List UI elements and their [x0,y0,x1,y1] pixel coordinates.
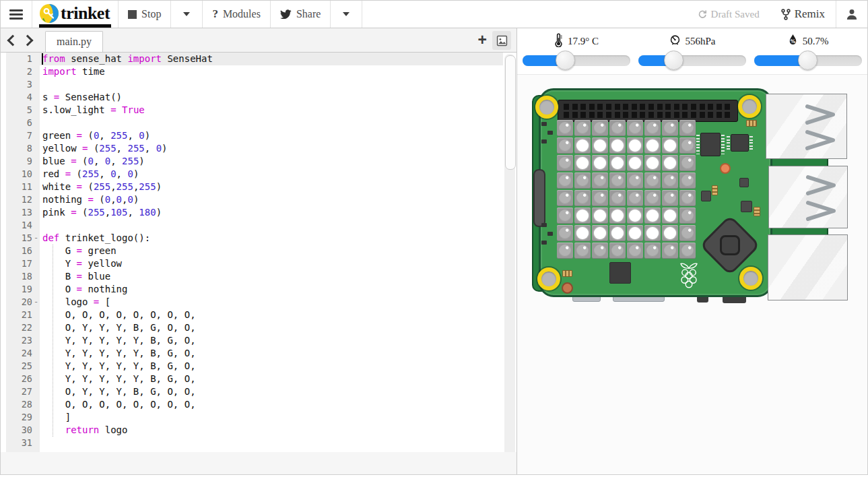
line-number: 1 [27,53,32,65]
navbar-spacer [362,1,686,28]
gutter-line: 16 [6,245,40,257]
led-off [627,243,643,259]
led-off [662,172,678,189]
led-on [644,155,661,171]
led-on [609,137,626,154]
line-number: 30 [22,424,32,437]
screw-hole [537,267,560,290]
run-options-dropdown[interactable] [171,1,203,28]
usb-contact-icon [805,174,840,196]
code-line: O, O, O, O, O, O, O, O, [40,309,503,321]
resistor [746,120,757,127]
remix-label: Remix [795,7,825,21]
line-number: 7 [27,129,32,142]
stop-button[interactable]: Stop [119,1,171,28]
gutter-line: 13 [6,206,40,219]
temperature-slider-handle[interactable] [556,51,575,70]
led-off [644,172,661,189]
led-off [592,190,608,206]
gutter-line: 15- [6,232,40,245]
stop-icon [128,10,137,19]
led-on [627,155,643,171]
led-on [627,208,643,224]
code-line: O, Y, Y, Y, B, G, O, O, [40,385,503,398]
led-off [679,243,696,259]
brand-wordmark: trinket [61,5,110,22]
top-navbar: trinket Stop ? Modules Share [1,1,867,28]
chevron-right-icon[interactable] [22,34,34,46]
gutter-line: 22 [6,321,40,334]
led-off [609,243,626,259]
led-indicator [720,163,731,174]
image-library-button[interactable] [492,31,511,50]
chevron-left-icon[interactable] [7,34,19,46]
led-off [609,120,626,136]
led-off [609,190,626,206]
code-line: import time [40,65,503,78]
code-line: green = (0, 255, 0) [40,129,503,142]
line-number: 14 [22,219,32,232]
humidity-icon: % [788,34,798,49]
line-number: 10 [22,168,32,181]
code-line: ] [40,411,503,424]
line-number: 27 [22,385,32,398]
editor-vertical-scrollbar[interactable] [505,55,516,170]
code-line: red = (255, 0, 0) [40,168,503,181]
led-on [609,225,626,241]
usb-contact-icon [805,200,840,222]
fork-icon [781,9,791,20]
line-number: 12 [22,193,32,206]
fold-marker-icon[interactable]: - [32,232,40,245]
gpio-header [558,100,738,122]
sensor-value: 17.9° C [568,36,599,47]
indent-guide [53,245,53,437]
temperature-slider[interactable] [523,55,630,66]
usb-port [768,166,848,228]
share-button[interactable]: Share [271,1,331,28]
led-off [574,172,591,189]
gauge-icon [669,34,681,49]
twitter-icon [280,9,292,19]
sensor-pressure: 556hPa [637,32,747,74]
modules-button[interactable]: ? Modules [203,1,271,28]
smd-components [541,122,554,148]
modules-label: Modules [223,8,261,20]
gutter-line: 29 [6,411,40,424]
chip [609,262,631,284]
led-on [644,137,661,154]
code-area[interactable]: 123456789101112131415-1617181920-2122232… [1,53,516,466]
remix-button[interactable]: Remix [770,1,836,28]
gutter-line: 21 [6,309,40,321]
pressure-slider-handle[interactable] [664,51,683,70]
gutter-line: 31 [6,437,40,449]
led-off [679,172,696,189]
led-off [679,155,696,171]
led-off [609,172,626,189]
led-off [679,137,696,154]
gutter-line: 23 [6,334,40,347]
display-connector [533,169,545,227]
line-number: 25 [22,360,32,373]
line-number: 9 [27,155,32,168]
tab-nav-arrows [1,28,40,52]
pressure-slider[interactable] [638,55,746,66]
code-line: pink = (255,105, 180) [40,206,503,219]
fold-marker-icon[interactable]: - [32,296,40,309]
gpio-pins-row [564,104,732,110]
resistor [712,185,718,195]
share-options-dropdown[interactable] [331,1,362,28]
trinket-home-link[interactable]: trinket [32,1,119,28]
humidity-slider[interactable] [754,55,862,66]
add-file-button[interactable]: + [478,31,487,49]
menu-button[interactable] [1,1,32,28]
account-button[interactable] [836,1,867,28]
gutter-line: 11 [6,181,40,193]
tab-main-py[interactable]: main.py [45,31,103,52]
humidity-slider-handle[interactable] [798,51,817,70]
line-number: 24 [22,347,32,360]
sensor-humidity: %50.7% [753,32,863,74]
joystick-button[interactable] [720,235,740,255]
line-number: 3 [27,78,32,91]
sensor-value: 50.7% [803,36,829,47]
editor-vertical-scrollbar-track[interactable] [504,54,515,465]
